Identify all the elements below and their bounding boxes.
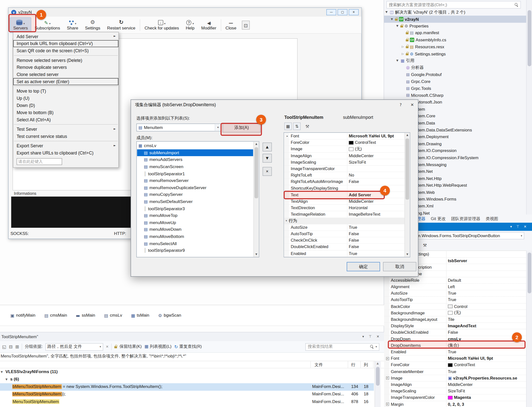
property-righttoleftautomirrorimage[interactable]: RightToLeftAutoMirrorImageFalse	[284, 179, 405, 185]
property-alignment[interactable]: AlignmentLeft	[384, 284, 526, 290]
tree-item-解决方案-v2rayn-2-个项目-共-2-个[interactable]: ▼◫解决方案 'v2rayN' (2 个项目，共 2 个)	[384, 9, 526, 16]
property-value[interactable]: False	[347, 237, 405, 244]
column-file[interactable]: 文件	[314, 362, 323, 368]
add-button[interactable]: 添加(A)	[222, 123, 261, 132]
toolbar-button-close[interactable]: —Close	[222, 17, 240, 33]
property-value[interactable]: SizeToFit	[347, 159, 405, 165]
property-value[interactable]: True	[446, 297, 526, 303]
chevron-down-icon[interactable]: ▾	[362, 335, 364, 338]
property-imagealign[interactable]: ImageAlignMiddleCenter	[284, 153, 405, 159]
tray-component-cmsmain[interactable]: ▤cmsMain	[44, 313, 67, 318]
property-autosize[interactable]: AutoSizeTrue	[284, 224, 405, 231]
menu-item-export-share-urls-to-clipboard-ctrl-c[interactable]: Export share URLs to clipboard (Ctrl+C)	[13, 149, 118, 156]
ok-button[interactable]: 确定	[347, 262, 380, 271]
property-value[interactable]: True	[347, 224, 405, 230]
tray-component-ssmain[interactable]: ▬ssMain	[76, 313, 95, 318]
member-toolstripseparator9[interactable]: │toolStripSeparator9	[137, 247, 253, 254]
tab-团队资源管理器[interactable]: 团队资源管理器	[449, 216, 483, 221]
property-pages-icon[interactable]: ⚒	[423, 243, 427, 247]
category-行为[interactable]: ▾行为	[284, 218, 405, 224]
property-value[interactable]: MiddleCenter	[446, 382, 526, 388]
scrollbar-up-icon[interactable]: ▲	[254, 142, 259, 147]
property-shortcutkeydisplaystring[interactable]: ShortcutKeyDisplayString	[284, 185, 405, 192]
property-image[interactable]: +Image▣v2rayN.Properties.Resources.se	[384, 375, 526, 382]
property-text[interactable]: TextAdd Server	[284, 192, 405, 198]
property-value[interactable]: tsbServer	[446, 258, 526, 264]
menu-item-test-current-service-status[interactable]: Test current service status	[13, 133, 118, 140]
property-enabled[interactable]: EnabledTrue	[284, 250, 405, 257]
tree-item-properties[interactable]: ▼⚙Properties	[384, 23, 526, 30]
tree-item-assemblyinfo-cs[interactable]: C#AssemblyInfo.cs	[384, 37, 526, 44]
solution-search-box[interactable]: 搜索解决方案资源管理器(Ctrl+;)	[387, 1, 521, 8]
move-down-button[interactable]: ▼	[263, 154, 272, 163]
chevron-down-icon[interactable]: ▾	[215, 124, 221, 131]
tree-item-microsoft-csharp[interactable]: ▤Microsoft.CSharp	[384, 92, 526, 99]
property-value[interactable]: Left	[446, 284, 526, 290]
member-menuselectall[interactable]: ▤menuSelectAll	[137, 240, 253, 247]
minimize-button[interactable]: —	[326, 9, 336, 15]
property-value[interactable]	[446, 251, 526, 257]
member-menumoveup[interactable]: ▤menuMoveUp	[137, 219, 253, 226]
close-icon[interactable]: ✕	[524, 225, 527, 229]
toolbar-button-subscriptions[interactable]: ✎▾Subscriptions	[31, 17, 63, 33]
property-forecolor[interactable]: ForeColorControlText	[284, 140, 405, 146]
move-up-button[interactable]: ▲	[263, 143, 272, 152]
property-dropdown[interactable]: DropDowncmsLv	[384, 336, 526, 342]
repeat-find-button[interactable]: ↻ 重复查找(R)	[174, 344, 202, 350]
item-type-dropdown[interactable]: ▤ MenuItem ▾	[136, 124, 221, 131]
tree-item-app-manifest[interactable]: ▤app.manifest	[384, 30, 526, 37]
property-value[interactable]	[446, 264, 526, 270]
results-search-box[interactable]: 搜索查找结果 ▾	[305, 343, 379, 351]
solution-scrollbar[interactable]	[526, 0, 532, 215]
result-row-3[interactable]: bMenuToolStripMenuItem});MainForm.Desi..…	[0, 391, 374, 398]
scrollbar-thumb[interactable]	[528, 10, 531, 66]
property-righttoleft[interactable]: RightToLeftNo	[284, 172, 405, 178]
property-imagetransparentcolor[interactable]: ImageTransparentColor	[284, 166, 405, 172]
scrollbar-thumb[interactable]	[406, 138, 409, 200]
property-value[interactable]	[347, 166, 405, 172]
menu-item-set-as-active-server-enter[interactable]: Set as active server (Enter)	[13, 78, 118, 85]
property-displaystyle[interactable]: DisplayStyleImageAndText	[384, 323, 526, 329]
v2rayn-titlebar[interactable]: v v2rayN — ▢ ✕	[8, 8, 361, 17]
keep-results-button[interactable]: 保留结果(K)	[114, 344, 142, 350]
tab-git-更改[interactable]: Git 更改	[428, 216, 448, 221]
pin-icon[interactable]: ⊤	[516, 225, 519, 229]
properties-scrollbar[interactable]	[526, 251, 532, 407]
property-value[interactable]	[347, 185, 405, 191]
property-margin[interactable]: +Margin0, 2, 0, 3	[384, 401, 526, 407]
property-value[interactable]: Microsoft YaHei UI, 9pt	[446, 356, 526, 362]
tree-item-引用[interactable]: ▼▦引用	[384, 57, 526, 64]
tree-item-grpc-core[interactable]: ▤Grpc.Core	[384, 78, 526, 85]
tab-类视图[interactable]: 类视图	[483, 216, 501, 221]
pin-icon[interactable]: ⊤	[369, 335, 372, 338]
menu-item-select-all-ctrl-a[interactable]: Select All (Ctrl+A)	[13, 116, 118, 123]
tree-item-google-protobuf[interactable]: ▤Google.Protobuf	[384, 71, 526, 78]
property-value[interactable]: Tile	[446, 316, 526, 323]
property-forecolor[interactable]: ForeColorControlText	[384, 362, 526, 368]
alphabetical-icon[interactable]: ⇅	[293, 123, 301, 130]
member-cmslv[interactable]: ▦cmsLv	[137, 142, 253, 149]
dialog-close-button[interactable]: ✕	[411, 103, 414, 107]
member-menucopyserver[interactable]: ▤menuCopyServer	[137, 191, 253, 198]
menu-item-test-sever[interactable]: Test Sever►	[13, 126, 118, 133]
property-accessiblerole[interactable]: AccessibleRoleDefault	[384, 277, 526, 284]
property-value[interactable]: 0, 2, 0, 3	[446, 401, 526, 407]
copy-icon[interactable]: ◱	[2, 345, 6, 349]
column-line[interactable]: 行	[351, 362, 355, 368]
property-value[interactable]	[446, 271, 526, 277]
property-value[interactable]: Magenta	[446, 395, 526, 401]
maximize-button[interactable]: ▢	[338, 9, 347, 15]
result-row-4[interactable]: MenuToolStripMenuItemMainForm.Desi...878…	[0, 398, 374, 406]
scrollbar-down-icon[interactable]: ▼	[254, 252, 259, 257]
property-value[interactable]: No	[347, 172, 405, 178]
close-icon[interactable]: ✕	[376, 335, 379, 338]
property-value[interactable]: Horizontal	[347, 205, 405, 211]
tray-component-tsmain[interactable]: ▦tsMain	[131, 313, 149, 318]
members-scrollbar[interactable]: ▲ ▼	[253, 142, 259, 257]
toolbar-button-modifier[interactable]: ◀)Modifier	[198, 17, 220, 33]
property-textdirection[interactable]: TextDirectionHorizontal	[284, 205, 405, 211]
results-scrollbar[interactable]: ▲	[375, 361, 381, 407]
property-value[interactable]: Add Server	[347, 192, 405, 198]
property-imagescaling[interactable]: ImageScalingSizeToFit	[284, 159, 405, 166]
property-value[interactable]: MiddleCenter	[347, 198, 405, 204]
